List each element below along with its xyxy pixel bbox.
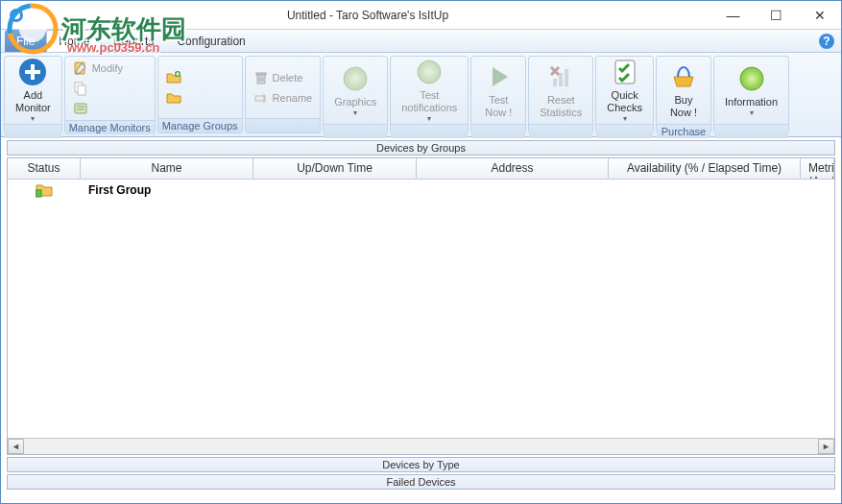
scroll-right-arrow[interactable]: ► — [818, 439, 834, 454]
chevron-down-icon: ▾ — [750, 108, 754, 118]
devices-grid: Status Name Up/Down Time Address Availab… — [7, 157, 835, 455]
column-name[interactable]: Name — [81, 158, 253, 179]
window-title: Untitled - Taro Software's IsItUp — [24, 9, 711, 22]
svg-rect-28 — [615, 60, 635, 84]
horizontal-scrollbar[interactable]: ◄ ► — [8, 438, 834, 454]
chevron-down-icon: ▾ — [623, 114, 627, 124]
information-button[interactable]: Information ▾ — [718, 59, 784, 122]
devices-by-type-header[interactable]: Devices by Type — [7, 457, 835, 472]
ribbon-group-edit: Delete Rename — [245, 56, 322, 133]
watermark-url: www.pc0359.cn — [67, 40, 159, 55]
ribbon-group-graphics: Graphics ▾ — [323, 56, 388, 133]
graphics-icon — [340, 63, 371, 94]
svg-rect-17 — [256, 73, 266, 75]
column-address[interactable]: Address — [417, 158, 609, 179]
play-icon — [483, 61, 514, 92]
titlebar: Untitled - Taro Software's IsItUp — ☐ ✕ — [1, 1, 841, 30]
reset-statistics-button[interactable]: Reset Statistics — [533, 59, 589, 122]
new-group-button[interactable] — [162, 68, 189, 87]
graphics-button[interactable]: Graphics ▾ — [327, 59, 383, 122]
add-monitor-icon — [17, 57, 48, 87]
purchase-label: Purchase — [657, 124, 710, 138]
delete-button[interactable]: Delete — [250, 68, 317, 87]
minimize-button[interactable]: — — [711, 1, 755, 29]
ribbon-group-testnotif: Test notifications ▾ — [390, 56, 469, 133]
svg-rect-27 — [565, 69, 568, 86]
devices-by-groups-header[interactable]: Devices by Groups — [7, 140, 835, 156]
add-monitor-button[interactable]: Add Monitor ▾ — [9, 59, 58, 122]
property-button[interactable] — [69, 99, 127, 118]
maximize-button[interactable]: ☐ — [755, 1, 798, 29]
svg-rect-9 — [25, 70, 40, 74]
svg-text:?: ? — [823, 35, 830, 48]
grid-row[interactable]: First Group — [8, 180, 834, 201]
svg-rect-26 — [559, 73, 563, 86]
open-group-button[interactable] — [162, 88, 189, 108]
svg-point-4 — [12, 12, 20, 19]
svg-point-23 — [344, 67, 367, 90]
app-icon — [9, 8, 24, 23]
ribbon-group-testnow: Test Now ! — [470, 56, 526, 133]
ribbon-group-manage-groups: Manage Groups — [157, 56, 243, 133]
svg-rect-25 — [553, 79, 557, 86]
column-metric[interactable]: Metric (Avg) — [801, 158, 834, 179]
column-availability[interactable]: Availability (% / Elapsed Time) — [609, 158, 801, 179]
ribbon-group-information: Information ▾ — [713, 56, 789, 133]
quick-checks-icon — [610, 57, 640, 87]
test-notifications-button[interactable]: Test notifications ▾ — [395, 59, 464, 122]
close-button[interactable]: ✕ — [798, 1, 841, 29]
rename-button[interactable]: Rename — [250, 88, 317, 108]
failed-devices-header[interactable]: Failed Devices — [7, 474, 835, 490]
menu-configuration[interactable]: Configuration — [165, 30, 256, 52]
svg-rect-13 — [75, 104, 86, 113]
chevron-down-icon: ▾ — [353, 108, 357, 118]
ribbon-group-manage-monitors: Modify Manage Monitors — [64, 56, 156, 133]
svg-point-29 — [740, 67, 763, 90]
chevron-down-icon: ▾ — [427, 114, 431, 124]
ribbon-group-purchase: Buy Now ! Purchase — [656, 56, 711, 133]
modify-button[interactable]: Modify — [69, 59, 127, 78]
svg-point-24 — [418, 60, 441, 84]
grid-header: Status Name Up/Down Time Address Availab… — [8, 158, 834, 180]
folder-icon — [36, 182, 53, 198]
test-notifications-icon — [414, 57, 445, 87]
buy-now-button[interactable]: Buy Now ! — [661, 59, 707, 122]
manage-monitors-label: Manage Monitors — [65, 120, 155, 134]
row-status-icon — [8, 180, 81, 200]
svg-rect-30 — [36, 190, 41, 197]
information-icon — [736, 63, 767, 94]
copy-button[interactable] — [69, 79, 127, 98]
quick-checks-button[interactable]: Quick Checks ▾ — [600, 59, 649, 122]
test-now-button[interactable]: Test Now ! — [475, 59, 521, 122]
reset-statistics-icon — [545, 61, 576, 92]
column-updown[interactable]: Up/Down Time — [253, 158, 417, 179]
help-icon[interactable]: ? — [818, 33, 835, 50]
ribbon-group-reset: Reset Statistics — [528, 56, 593, 133]
basket-icon — [668, 61, 699, 92]
scroll-left-arrow[interactable]: ◄ — [8, 439, 24, 454]
ribbon-group-quickchecks: Quick Checks ▾ — [595, 56, 654, 133]
row-name: First Group — [81, 181, 253, 199]
chevron-down-icon: ▾ — [31, 114, 35, 124]
svg-rect-12 — [78, 85, 85, 95]
grid-body[interactable]: First Group — [8, 180, 834, 438]
ribbon-group-add: Add Monitor ▾ — [4, 56, 62, 133]
menu-file[interactable]: File — [5, 30, 46, 52]
ribbon: Add Monitor ▾ Modify — [1, 53, 841, 137]
column-status[interactable]: Status — [8, 158, 81, 179]
manage-groups-label: Manage Groups — [158, 118, 242, 132]
